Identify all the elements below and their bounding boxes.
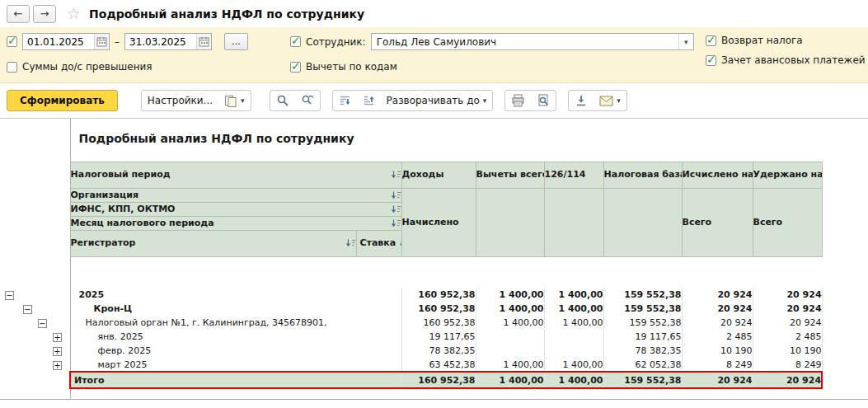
total-cell[interactable]: 159 552,38 bbox=[603, 372, 682, 388]
dropdown-arrow-icon[interactable]: ▾ bbox=[678, 34, 693, 49]
data-cell[interactable]: 1 400,00 bbox=[544, 288, 603, 302]
subcolumn-header[interactable]: Всего bbox=[682, 188, 753, 256]
expand-groups-button[interactable] bbox=[333, 91, 357, 110]
report-title[interactable]: Подробный анализ НДФЛ по сотруднику bbox=[71, 119, 823, 145]
row-label[interactable]: март 2025 bbox=[70, 358, 401, 372]
dimension-header[interactable]: Регистратор bbox=[70, 230, 356, 256]
data-cell[interactable]: 159 552,38 bbox=[603, 288, 682, 302]
print-preview-button[interactable] bbox=[531, 91, 556, 110]
sort-icon[interactable] bbox=[391, 205, 401, 214]
dimension-header[interactable]: Налоговый период bbox=[70, 162, 401, 188]
column-header[interactable]: Доходы bbox=[401, 162, 476, 188]
send-email-button[interactable]: ▾ bbox=[594, 91, 626, 110]
sort-icon[interactable] bbox=[345, 239, 356, 248]
total-label[interactable]: Итого bbox=[70, 372, 401, 388]
sort-icon[interactable] bbox=[391, 219, 401, 228]
dimension-header[interactable]: Месяц налогового периода bbox=[70, 216, 401, 230]
data-cell[interactable]: 2 485 bbox=[682, 330, 753, 344]
period-options-button[interactable]: ... bbox=[224, 33, 248, 50]
data-cell[interactable]: 20 924 bbox=[753, 302, 822, 316]
data-cell[interactable]: 63 452,38 bbox=[401, 358, 476, 372]
data-cell[interactable]: 1 400,00 bbox=[544, 302, 603, 316]
data-cell[interactable] bbox=[544, 330, 603, 344]
sort-icon[interactable] bbox=[391, 171, 401, 180]
row-label[interactable]: февр. 2025 bbox=[70, 344, 401, 358]
data-cell[interactable]: 10 190 bbox=[682, 344, 753, 358]
tree-toggle[interactable]: − bbox=[5, 291, 14, 300]
employee-combobox[interactable]: Гольд Лев Самуилович ▾ bbox=[371, 33, 694, 50]
data-cell[interactable]: 2 485 bbox=[753, 330, 822, 344]
back-button[interactable]: ← bbox=[7, 5, 30, 23]
data-cell[interactable]: 159 552,38 bbox=[603, 302, 682, 316]
tree-toggle[interactable]: + bbox=[53, 361, 62, 370]
subcolumn-header[interactable]: Всего bbox=[753, 188, 822, 256]
search-button[interactable] bbox=[270, 91, 295, 110]
data-cell[interactable]: 20 924 bbox=[682, 288, 753, 302]
data-cell[interactable]: 1 400,00 bbox=[476, 302, 544, 316]
row-label[interactable]: янв. 2025 bbox=[70, 330, 401, 344]
tax-refund-checkbox[interactable] bbox=[706, 35, 716, 46]
data-cell[interactable]: 160 952,38 bbox=[401, 288, 476, 302]
tree-toggle[interactable]: + bbox=[53, 333, 62, 342]
subcolumn-header[interactable] bbox=[544, 188, 603, 256]
calendar-icon[interactable] bbox=[196, 34, 211, 49]
column-header[interactable]: Налоговая база bbox=[603, 162, 682, 188]
data-cell[interactable]: 20 924 bbox=[682, 302, 753, 316]
employee-checkbox[interactable] bbox=[290, 36, 301, 47]
save-button[interactable] bbox=[569, 91, 594, 110]
advance-offset-checkbox[interactable] bbox=[706, 55, 716, 66]
total-cell[interactable]: 20 924 bbox=[682, 372, 753, 388]
dimension-header[interactable]: ИФНС, КПП, ОКТМО bbox=[70, 202, 401, 216]
sort-icon[interactable] bbox=[399, 239, 401, 248]
data-cell[interactable]: 1 400,00 bbox=[476, 288, 544, 302]
data-cell[interactable]: 160 952,38 bbox=[401, 302, 476, 316]
settings-button[interactable]: Настройки... bbox=[142, 91, 218, 110]
calendar-icon[interactable] bbox=[94, 34, 109, 49]
data-cell[interactable]: 19 117,65 bbox=[603, 330, 682, 344]
data-cell[interactable]: 62 052,38 bbox=[603, 358, 682, 372]
row-label[interactable]: Налоговый орган №1, г. Калининград, 3456… bbox=[70, 316, 401, 330]
column-header[interactable]: Удержано налога bbox=[753, 162, 822, 188]
print-button[interactable] bbox=[505, 91, 531, 110]
date-to-input[interactable] bbox=[125, 36, 196, 48]
data-cell[interactable]: 10 190 bbox=[753, 344, 822, 358]
rate-column-header[interactable]: Ставка bbox=[356, 230, 401, 256]
date-from-input[interactable] bbox=[23, 36, 94, 48]
data-cell[interactable]: 78 382,35 bbox=[603, 344, 682, 358]
data-cell[interactable]: 159 552,38 bbox=[603, 316, 682, 330]
data-cell[interactable]: 160 952,38 bbox=[401, 316, 476, 330]
data-cell[interactable]: 8 249 bbox=[682, 358, 753, 372]
subcolumn-header[interactable] bbox=[476, 188, 544, 256]
generate-button[interactable]: Сформировать bbox=[7, 90, 118, 111]
dimension-header[interactable]: Организация bbox=[70, 188, 401, 202]
period-checkbox[interactable] bbox=[7, 36, 17, 47]
data-cell[interactable]: 78 382,35 bbox=[401, 344, 476, 358]
favorite-star-icon[interactable]: ☆ bbox=[67, 6, 81, 21]
tree-toggle[interactable]: + bbox=[53, 347, 62, 356]
data-cell[interactable]: 20 924 bbox=[753, 288, 822, 302]
excess-sums-checkbox[interactable] bbox=[7, 62, 17, 73]
collapse-groups-button[interactable] bbox=[357, 91, 381, 110]
data-cell[interactable]: 20 924 bbox=[682, 316, 753, 330]
data-cell[interactable]: 1 400,00 bbox=[476, 316, 544, 330]
column-header[interactable]: 126/114 bbox=[544, 162, 603, 188]
column-header[interactable]: Исчислено налога bbox=[682, 162, 753, 188]
data-cell[interactable]: 8 249 bbox=[753, 358, 822, 372]
data-cell[interactable]: 19 117,65 bbox=[401, 330, 476, 344]
sort-icon[interactable] bbox=[391, 191, 401, 200]
data-cell[interactable] bbox=[476, 330, 544, 344]
expand-to-button[interactable]: Разворачивать до ▾ bbox=[381, 91, 493, 110]
data-cell[interactable]: 20 924 bbox=[753, 316, 822, 330]
search-cancel-button[interactable] bbox=[295, 91, 320, 110]
subcolumn-header[interactable] bbox=[603, 188, 682, 256]
forward-button[interactable]: → bbox=[33, 5, 56, 23]
total-cell[interactable]: 160 952,38 bbox=[401, 372, 476, 388]
total-cell[interactable]: 1 400,00 bbox=[476, 372, 544, 388]
tree-toggle[interactable]: − bbox=[38, 319, 47, 328]
deduction-codes-checkbox[interactable] bbox=[290, 62, 301, 73]
column-header[interactable]: Вычеты всего bbox=[476, 162, 544, 188]
total-cell[interactable]: 1 400,00 bbox=[544, 372, 603, 388]
data-cell[interactable]: 1 400,00 bbox=[476, 358, 544, 372]
data-cell[interactable] bbox=[476, 344, 544, 358]
data-cell[interactable]: 1 400,00 bbox=[544, 316, 603, 330]
